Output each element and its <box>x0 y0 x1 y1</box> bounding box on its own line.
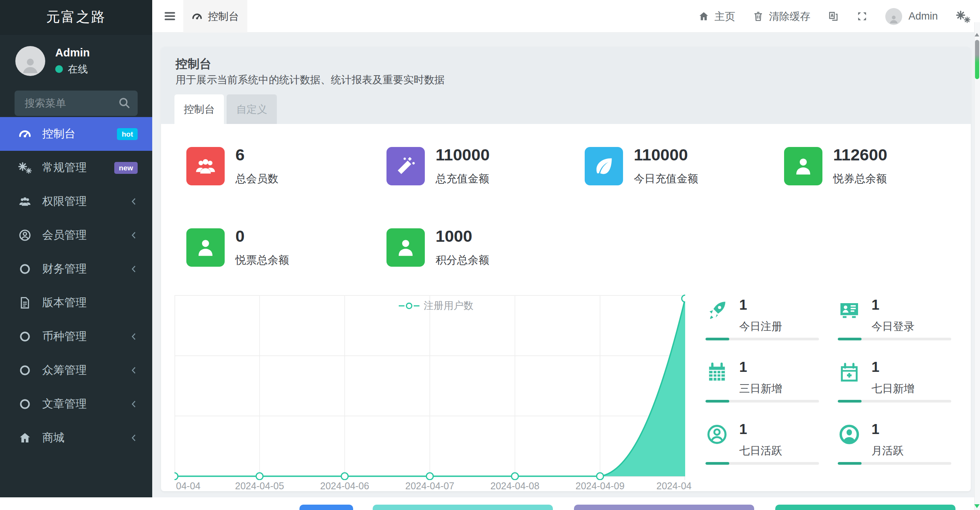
sidebar-item-finance[interactable]: 财务管理 <box>0 252 152 286</box>
users-group-icon <box>186 147 225 185</box>
search-icon <box>118 96 131 109</box>
hot-badge: hot <box>117 128 138 140</box>
person-icon <box>888 13 900 25</box>
tile-label: 七日新增 <box>871 381 914 396</box>
scrollbar-up-arrow-icon[interactable] <box>975 33 979 36</box>
file-icon <box>18 295 32 310</box>
partial-card-top <box>373 505 553 510</box>
progress-fill <box>705 400 729 403</box>
stat-value: 1000 <box>436 227 472 246</box>
sidebar-toggle-button[interactable] <box>162 9 178 24</box>
clear-cache-button[interactable]: 清除缓存 <box>753 10 810 23</box>
tile-three-day-new: 1 三日新增 <box>705 361 819 404</box>
stat-card-total-members: 6 总会员数 <box>186 147 363 185</box>
search-button[interactable] <box>117 96 132 111</box>
sidebar-item-currency[interactable]: 币种管理 <box>0 320 152 353</box>
tile-value: 1 <box>739 297 747 313</box>
tab-dashboard[interactable]: 控制台 <box>174 94 224 124</box>
scroll-down-arrow-icon[interactable] <box>974 504 980 508</box>
sidebar-item-members[interactable]: 会员管理 <box>0 218 152 252</box>
calendar-plus-icon <box>838 361 861 384</box>
user-circle-icon <box>838 423 861 446</box>
progress-fill <box>838 338 862 340</box>
language-button[interactable] <box>828 11 839 22</box>
topbar-tab-dashboard[interactable]: 控制台 <box>183 0 247 33</box>
progress-bar <box>838 400 951 403</box>
stat-card-points-balance: 1000 积分总余额 <box>386 228 563 267</box>
chevron-left-icon <box>128 331 139 342</box>
tile-label: 今日注册 <box>739 319 782 334</box>
leaf-icon <box>585 147 623 185</box>
chevron-left-icon <box>128 230 139 241</box>
tab-custom[interactable]: 自定义 <box>227 94 277 124</box>
sidebar-username: Admin <box>55 46 90 59</box>
topbar-tab-label: 控制台 <box>208 10 239 23</box>
stat-label: 悦票总余额 <box>235 253 289 267</box>
chart-legend[interactable]: 注册用户数 <box>399 299 474 312</box>
trash-icon <box>753 11 764 22</box>
x-tick-label: 2024-04-07 <box>391 480 468 492</box>
tile-label: 月活跃 <box>871 444 904 458</box>
sidebar-item-dashboard[interactable]: 控制台 hot <box>0 117 152 151</box>
tile-value: 1 <box>739 421 747 437</box>
gears-icon <box>955 9 971 24</box>
page-subtitle: 用于展示当前系统中的统计数据、统计报表及重要实时数据 <box>176 73 445 87</box>
avatar <box>885 8 902 25</box>
user-circle-icon <box>18 228 32 243</box>
sidebar: 元富之路 Admin 在线 控制台 hot 常规管理 new 权限管理 会员管理 <box>0 0 152 497</box>
stat-label: 今日充值金额 <box>634 172 698 186</box>
new-badge: new <box>114 162 138 174</box>
scrollbar-track[interactable] <box>974 22 980 510</box>
progress-bar <box>705 462 819 465</box>
settings-button[interactable] <box>955 9 971 24</box>
topbar-username: Admin <box>908 10 938 22</box>
sidebar-user-panel: Admin 在线 <box>0 35 152 86</box>
chevron-left-icon <box>128 196 139 207</box>
partial-card-top <box>299 505 353 510</box>
sidebar-item-crowdfunding[interactable]: 众筹管理 <box>0 353 152 387</box>
stat-value: 110000 <box>436 145 490 164</box>
tile-today-login: 1 今日登录 <box>838 299 951 342</box>
tile-value: 1 <box>739 359 747 375</box>
circle-icon <box>18 262 32 276</box>
stat-card-ticket-balance: 0 悦票总余额 <box>186 228 363 267</box>
progress-fill <box>705 338 729 340</box>
stat-label: 总会员数 <box>235 172 278 186</box>
stat-card-coupon-balance: 112600 悦券总余额 <box>784 147 960 185</box>
area-chart-plot <box>174 294 685 480</box>
progress-bar <box>838 338 951 340</box>
sidebar-item-articles[interactable]: 文章管理 <box>0 387 152 421</box>
person-icon <box>19 53 42 76</box>
tile-seven-day-active: 1 七日活跃 <box>705 423 819 466</box>
fullscreen-button[interactable] <box>857 11 868 22</box>
sidebar-item-permissions[interactable]: 权限管理 <box>0 185 152 218</box>
sidebar-item-label: 财务管理 <box>42 261 87 277</box>
tile-label: 今日登录 <box>871 319 914 334</box>
circle-icon <box>18 397 32 411</box>
home-button[interactable]: 主页 <box>698 10 735 23</box>
progress-bar <box>705 400 819 403</box>
user-circle-outline-icon <box>705 423 728 446</box>
rocket-icon <box>705 299 728 322</box>
topbar-actions: 主页 清除缓存 Admin <box>698 0 971 33</box>
circle-icon <box>18 363 32 378</box>
sidebar-item-versions[interactable]: 版本管理 <box>0 286 152 320</box>
expand-icon <box>857 11 868 22</box>
legend-marker-icon <box>399 302 419 310</box>
stat-card-today-recharge: 110000 今日充值金额 <box>585 147 761 185</box>
circle-icon <box>18 329 32 344</box>
progress-bar <box>705 338 819 340</box>
stat-card-total-recharge: 110000 总充值金额 <box>386 147 563 185</box>
x-tick-label: 2024-04-08 <box>477 480 553 492</box>
user-icon <box>186 228 225 267</box>
home-icon <box>18 431 32 445</box>
sidebar-item-general[interactable]: 常规管理 new <box>0 151 152 185</box>
chevron-left-icon <box>128 399 139 409</box>
chevron-left-icon <box>128 264 139 274</box>
user-menu[interactable]: Admin <box>885 8 938 25</box>
stat-value: 0 <box>235 227 245 246</box>
scrollbar-thumb[interactable] <box>975 40 979 79</box>
x-tick-label: 2024-04-06 <box>306 480 383 492</box>
sidebar-item-mall[interactable]: 商城 <box>0 421 152 455</box>
stat-label: 悦券总余额 <box>833 172 887 186</box>
